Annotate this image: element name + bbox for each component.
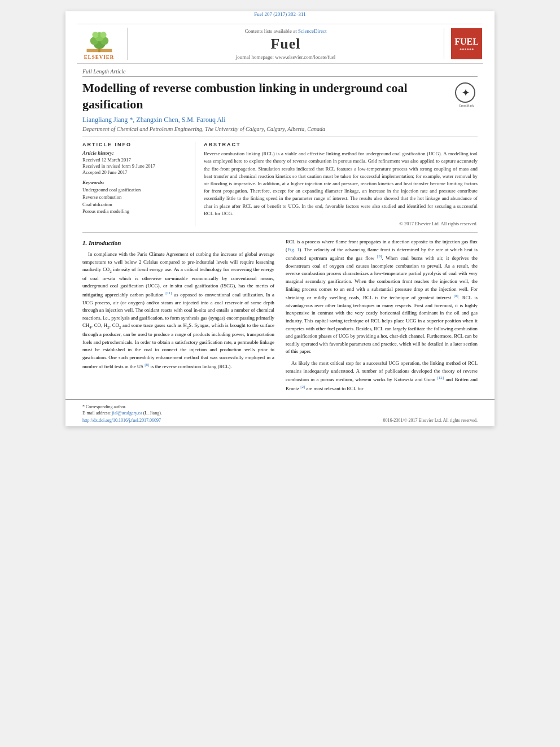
body-content: 1. Introduction In compliance with the P… <box>65 238 495 397</box>
article-info-abstract: ARTICLE INFO Article history: Received 1… <box>65 142 495 226</box>
keyword-1: Underground coal gasification <box>82 186 186 194</box>
journal-name: Fuel <box>133 36 438 53</box>
article-info-title: ARTICLE INFO <box>82 142 186 147</box>
article-title: Modelling of reverse combustion linking … <box>82 80 455 112</box>
elsevier-logo: ELSEVIER <box>77 28 128 60</box>
svg-rect-7 <box>86 49 112 52</box>
elsevier-tree-icon <box>82 28 116 53</box>
article-metadata: Full Length Article Modelling of reverse… <box>65 64 495 137</box>
sciencedirect-link[interactable]: ScienceDirect <box>298 28 326 34</box>
intro-paragraph-right-1: RCL is a process where flame front propa… <box>286 238 478 356</box>
elsevier-brand-text: ELSEVIER <box>84 54 115 60</box>
fuel-badge-sub: ●●●●●● <box>460 47 474 51</box>
contents-line: Contents lists available at ScienceDirec… <box>133 28 438 34</box>
corresponding-author-note: * Corresponding author. <box>82 404 478 409</box>
section-1-heading: 1. Introduction <box>82 238 274 248</box>
journal-header: ELSEVIER Contents lists available at Sci… <box>65 19 495 64</box>
fuel-badge-text: FUEL <box>454 37 479 47</box>
doi-line: Fuel 207 (2017) 302–311 <box>65 11 495 17</box>
history-label: Article history: <box>82 150 186 156</box>
keywords-list: Underground coal gasification Reverse co… <box>82 186 186 215</box>
abstract-text: Reverse combustion linking (RCL) is a vi… <box>204 150 478 217</box>
fuel-badge: FUEL ●●●●●● <box>444 28 483 59</box>
article-page: Fuel 207 (2017) 302–311 ELSEVIER <box>65 11 495 426</box>
affiliation-line: Department of Chemical and Petroleum Eng… <box>82 126 478 137</box>
article-info-column: ARTICLE INFO Article history: Received 1… <box>82 142 195 226</box>
keyword-2: Reverse combustion <box>82 194 186 201</box>
keyword-3: Coal utilization <box>82 201 186 208</box>
journal-homepage: journal homepage: www.elsevier.com/locat… <box>133 54 438 60</box>
footer-doi[interactable]: http://dx.doi.org/10.1016/j.fuel.2017.06… <box>82 418 161 423</box>
intro-paragraph-right-2: As likely the most critical step for a s… <box>286 360 478 392</box>
article-history: Article history: Received 12 March 2017 … <box>82 150 186 175</box>
copyright-line: © 2017 Elsevier Ltd. All rights reserved… <box>204 221 478 226</box>
intro-paragraph-left: In compliance with the Paris Climate Agr… <box>82 251 274 370</box>
authors-line: Liangliang Jiang *, Zhangxin Chen, S.M. … <box>82 116 478 124</box>
footer-issn: 0016-2361/© 2017 Elsevier Ltd. All right… <box>383 418 478 423</box>
keyword-4: Porous media modelling <box>82 208 186 215</box>
received-date-2: Received in revised form 9 June 2017 <box>82 163 186 169</box>
accepted-date: Accepted 20 June 2017 <box>82 169 186 175</box>
body-col-left: 1. Introduction In compliance with the P… <box>82 238 280 397</box>
journal-center-info: Contents lists available at ScienceDirec… <box>128 28 444 60</box>
abstract-column: ABSTRACT Reverse combustion linking (RCL… <box>195 142 478 226</box>
svg-point-6 <box>100 32 106 38</box>
email-note: E-mail address: jial@ucalgary.ca (L. Jia… <box>82 410 478 416</box>
author-email[interactable]: jial@ucalgary.ca <box>112 410 142 416</box>
page-footer: * Corresponding author. E-mail address: … <box>65 399 495 426</box>
crossmark-label: CrossMark <box>455 104 478 107</box>
section-divider <box>82 232 478 233</box>
crossmark-icon: ✦ <box>462 88 469 98</box>
crossmark-badge[interactable]: ✦ CrossMark <box>455 82 478 107</box>
received-date-1: Received 12 March 2017 <box>82 157 186 163</box>
keywords-group: Keywords: Underground coal gasification … <box>82 180 186 215</box>
article-type-label: Full Length Article <box>82 68 478 77</box>
body-col-right: RCL is a process where flame front propa… <box>280 238 478 397</box>
keywords-label: Keywords: <box>82 180 186 185</box>
abstract-title: ABSTRACT <box>204 142 478 147</box>
svg-point-5 <box>92 32 98 38</box>
